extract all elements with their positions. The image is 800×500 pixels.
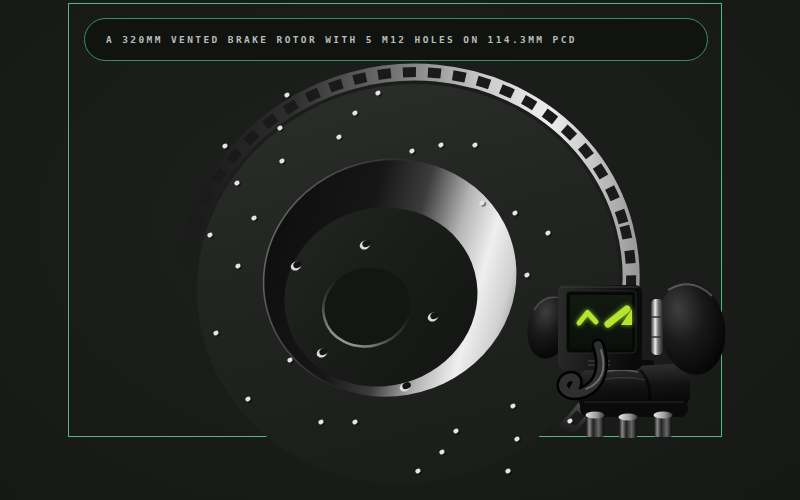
- robot-ear-hinge: [651, 299, 663, 355]
- robot-ear-right: [651, 276, 732, 380]
- scene-3d-viewport[interactable]: [0, 0, 800, 500]
- robot-feet: [586, 411, 673, 438]
- prompt-text: A 320MM VENTED BRAKE ROTOR WITH 5 M12 HO…: [106, 34, 577, 45]
- prompt-caption: A 320MM VENTED BRAKE ROTOR WITH 5 M12 HO…: [84, 18, 708, 61]
- app-canvas: A 320MM VENTED BRAKE ROTOR WITH 5 M12 HO…: [0, 0, 800, 500]
